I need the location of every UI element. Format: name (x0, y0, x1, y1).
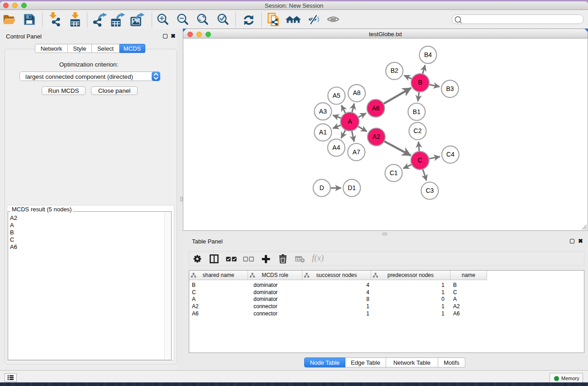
svg-text:A: A (348, 118, 352, 125)
svg-text:D1: D1 (348, 184, 356, 191)
svg-text:A6: A6 (372, 105, 380, 112)
svg-text:A7: A7 (353, 148, 360, 156)
svg-text:D: D (320, 184, 324, 191)
svg-text:B2: B2 (391, 67, 398, 74)
svg-text:C: C (418, 157, 422, 164)
svg-text:A5: A5 (333, 92, 340, 99)
svg-text:A1: A1 (319, 129, 327, 136)
svg-text:C3: C3 (425, 187, 434, 194)
svg-text:B1: B1 (413, 108, 421, 115)
svg-text:A2: A2 (373, 133, 380, 140)
svg-text:A4: A4 (332, 144, 340, 151)
svg-text:B: B (418, 79, 422, 86)
svg-text:A8: A8 (353, 89, 360, 96)
svg-text:C2: C2 (414, 127, 422, 134)
svg-text:A3: A3 (319, 108, 327, 115)
svg-text:C1: C1 (390, 169, 398, 176)
svg-text:B4: B4 (424, 51, 432, 58)
svg-text:C4: C4 (446, 151, 454, 158)
svg-text:B3: B3 (446, 85, 454, 92)
